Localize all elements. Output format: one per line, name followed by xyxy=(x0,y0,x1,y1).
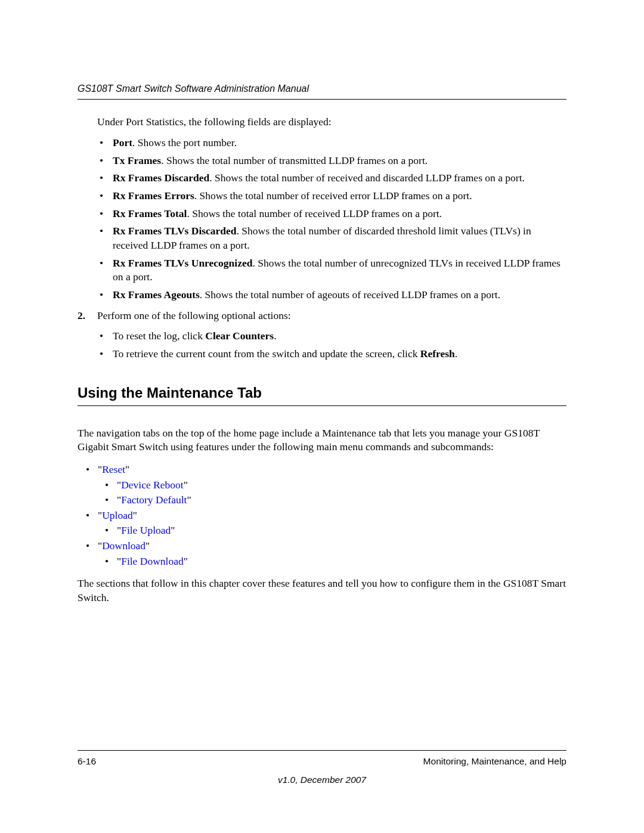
section-heading: Using the Maintenance Tab xyxy=(78,383,566,405)
toc-link-file-upload[interactable]: File Upload xyxy=(121,524,171,536)
list-item: Rx Frames Errors. Shows the total number… xyxy=(97,189,566,203)
chapter-name: Monitoring, Maintenance, and Help xyxy=(423,755,566,768)
quote: " xyxy=(145,540,150,552)
field-term: Rx Frames Total xyxy=(113,208,187,219)
list-item: Port. Shows the port number. xyxy=(97,136,566,150)
field-desc: . Shows the total number of transmitted … xyxy=(161,154,428,166)
toc-subitem: "Factory Default" xyxy=(98,493,566,507)
closing-text: The sections that follow in this chapter… xyxy=(78,577,566,605)
running-header: GS108T Smart Switch Software Administrat… xyxy=(78,82,566,95)
step-row: 2. Perform one of the following optional… xyxy=(78,309,566,323)
field-desc: . Shows the total number of received LLD… xyxy=(187,208,442,219)
quote: " xyxy=(133,509,137,521)
toc-link-factory-default[interactable]: Factory Default xyxy=(121,494,187,506)
toc-link-file-download[interactable]: File Download xyxy=(121,555,184,567)
intro-text: Under Port Statistics, the following fie… xyxy=(97,115,566,129)
toc-sublist: "File Upload" xyxy=(98,524,566,538)
toc-subitem: "Device Reboot" xyxy=(98,478,566,493)
list-item: Rx Frames TLVs Discarded. Shows the tota… xyxy=(97,224,566,252)
toc-sublist: "Device Reboot" "Factory Default" xyxy=(98,478,566,507)
field-desc: . Shows the total number of received and… xyxy=(209,172,525,184)
action-text: To retrieve the current count from the s… xyxy=(113,348,420,360)
list-item: Rx Frames Discarded. Shows the total num… xyxy=(97,171,566,185)
list-item: Rx Frames Ageouts. Shows the total numbe… xyxy=(97,288,566,302)
field-term: Tx Frames xyxy=(113,154,161,166)
toc-link-reset[interactable]: Reset xyxy=(102,463,125,475)
list-item: Rx Frames TLVs Unrecognized. Shows the t… xyxy=(97,256,566,284)
step-text: Perform one of the following optional ac… xyxy=(97,309,291,323)
toc-subitem: "File Upload" xyxy=(98,524,566,538)
field-term: Rx Frames Discarded xyxy=(113,172,209,184)
quote: " xyxy=(171,524,175,536)
field-desc: . Shows the total number of ageouts of r… xyxy=(200,289,500,301)
toc-item: "Reset" "Device Reboot" "Factory Default… xyxy=(78,463,566,507)
list-item: To retrieve the current count from the s… xyxy=(97,347,566,361)
list-item: To reset the log, click Clear Counters. xyxy=(97,329,566,343)
header-rule xyxy=(78,99,566,100)
toc-sublist: "File Download" xyxy=(98,555,566,569)
action-list: To reset the log, click Clear Counters. … xyxy=(97,329,566,361)
field-term: Rx Frames Ageouts xyxy=(113,289,200,301)
toc-subitem: "File Download" xyxy=(98,555,566,569)
action-post: . xyxy=(455,348,457,360)
field-desc: . Shows the total number of received err… xyxy=(194,190,472,202)
field-term: Rx Frames Errors xyxy=(113,190,194,202)
footer-rule xyxy=(78,750,566,751)
action-post: . xyxy=(274,330,276,342)
toc-link-device-reboot[interactable]: Device Reboot xyxy=(121,479,183,491)
step-number: 2. xyxy=(78,309,97,323)
quote: " xyxy=(184,555,188,567)
field-term: Port xyxy=(113,137,132,148)
section-intro: The navigation tabs on the top of the ho… xyxy=(78,426,566,454)
quote: " xyxy=(187,494,191,506)
page-footer: 6-16 Monitoring, Maintenance, and Help v… xyxy=(78,750,566,786)
quote: " xyxy=(184,479,188,491)
toc-link-upload[interactable]: Upload xyxy=(102,509,133,521)
field-list: Port. Shows the port number. Tx Frames. … xyxy=(97,136,566,302)
action-bold: Refresh xyxy=(420,348,455,360)
list-item: Rx Frames Total. Shows the total number … xyxy=(97,207,566,221)
field-desc: . Shows the port number. xyxy=(132,137,237,148)
action-text: To reset the log, click xyxy=(113,330,205,342)
quote: " xyxy=(125,463,129,475)
toc-list: "Reset" "Device Reboot" "Factory Default… xyxy=(78,463,566,568)
page-number: 6-16 xyxy=(78,755,96,768)
action-bold: Clear Counters xyxy=(205,330,274,342)
list-item: Tx Frames. Shows the total number of tra… xyxy=(97,154,566,168)
field-term: Rx Frames TLVs Unrecognized xyxy=(113,257,252,269)
toc-item: "Upload" "File Upload" xyxy=(78,509,566,538)
document-page: GS108T Smart Switch Software Administrat… xyxy=(0,0,644,833)
doc-version: v1.0, December 2007 xyxy=(78,774,566,786)
field-term: Rx Frames TLVs Discarded xyxy=(113,225,237,237)
toc-item: "Download" "File Download" xyxy=(78,539,566,568)
toc-link-download[interactable]: Download xyxy=(102,540,145,552)
